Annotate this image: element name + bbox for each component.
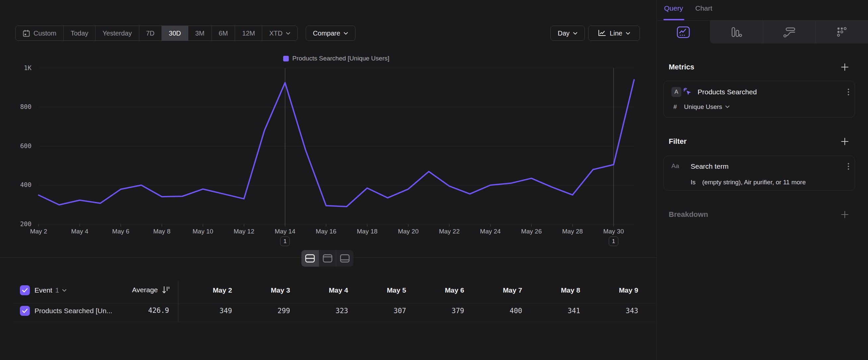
add-filter-button[interactable] (840, 137, 850, 146)
filter-property-name[interactable]: Search term (691, 162, 728, 170)
chart-only-view-icon (322, 254, 333, 263)
query-sidebar: Query Chart Metrics A Products Searched … (656, 0, 868, 360)
x-axis-label: May 28 (562, 228, 583, 235)
x-axis-label: May 30 (603, 228, 624, 235)
x-axis-label: May 22 (439, 228, 460, 235)
tab-chart[interactable]: Chart (695, 4, 712, 12)
column-header[interactable]: May 4 (299, 286, 348, 294)
filter-value[interactable]: (empty string), Air purifier, or 11 more (702, 179, 806, 186)
cell-value: 307 (356, 307, 406, 315)
event-click-icon (683, 87, 692, 96)
x-axis-label: May 16 (316, 228, 336, 235)
average-header[interactable]: Average (99, 286, 170, 294)
metric-options-icon[interactable] (847, 88, 849, 98)
x-axis-label: May 6 (112, 228, 129, 235)
y-axis-label: 200 (20, 220, 31, 227)
bar-chart-icon (730, 27, 743, 38)
event-count: 1 (55, 286, 59, 294)
view-layout-toggle (301, 250, 353, 267)
split-view-icon (305, 254, 315, 263)
row-checkbox[interactable] (20, 306, 30, 316)
y-axis-label: 800 (20, 103, 31, 110)
x-axis-label: May 2 (30, 228, 48, 235)
metrics-section-title: Metrics (669, 63, 694, 72)
data-line[interactable] (39, 80, 634, 206)
viz-tab-bar[interactable] (710, 21, 763, 44)
row-average-value: 426.9 (119, 307, 169, 314)
row-label[interactable]: Products Searched [Un... (34, 307, 113, 315)
viz-tab-retention[interactable] (815, 21, 868, 44)
insights-chart-icon (676, 26, 690, 38)
filter-card[interactable]: Aa Search term Is (empty string), Air pu… (663, 156, 855, 191)
cell-value: 299 (240, 307, 290, 315)
x-axis-label: May 12 (234, 228, 254, 235)
aggregation-prefix: # (673, 103, 677, 111)
main-area: CustomTodayYesterday7D30D3M6M12MXTD Comp… (0, 0, 656, 360)
x-axis-label: May 14 (275, 228, 296, 235)
cell-value: 379 (414, 307, 464, 315)
plus-icon (840, 137, 849, 146)
table-only-view-icon (340, 254, 350, 263)
average-label: Average (132, 286, 158, 294)
y-axis-label: 600 (20, 142, 31, 149)
column-header[interactable]: May 2 (182, 286, 232, 294)
y-axis-label: 1K (24, 64, 31, 72)
x-axis-label: May 8 (153, 228, 170, 235)
line-chart[interactable]: 2004006008001KMay 2May 4May 6May 8May 10… (0, 0, 656, 257)
filter-operator[interactable]: Is (691, 179, 695, 186)
chart-only-view-button[interactable] (319, 250, 336, 267)
x-axis-label: May 24 (480, 228, 501, 235)
column-header[interactable]: May 8 (530, 286, 580, 294)
cell-value: 323 (299, 307, 348, 315)
x-axis-label: May 20 (398, 228, 418, 235)
cell-value: 343 (589, 307, 638, 315)
x-axis-label: May 10 (193, 228, 213, 235)
y-axis-label: 400 (20, 181, 31, 188)
chevron-down-icon (725, 105, 730, 108)
event-header-checkbox[interactable] (20, 285, 30, 295)
table-column-divider (178, 281, 178, 322)
column-header[interactable]: May 3 (240, 286, 290, 294)
filter-section-title: Filter (669, 137, 687, 146)
split-view-button[interactable] (301, 250, 319, 267)
column-header[interactable]: May 6 (414, 286, 464, 294)
column-header[interactable]: May 5 (356, 286, 406, 294)
column-header[interactable]: May 9 (589, 286, 638, 294)
add-metric-button[interactable] (840, 62, 850, 72)
string-property-icon: Aa (672, 162, 679, 170)
table-only-view-button[interactable] (336, 250, 353, 267)
filter-options-icon[interactable] (847, 162, 849, 173)
chevron-down-icon (62, 289, 67, 292)
sort-descending-icon[interactable] (162, 286, 170, 294)
tab-query[interactable]: Query (664, 4, 683, 12)
table-row-divider (13, 303, 656, 304)
event-header[interactable]: Event 1 (34, 286, 67, 294)
retention-dots-icon (836, 27, 848, 38)
x-axis-label: May 26 (521, 228, 542, 235)
x-axis-label: May 4 (71, 228, 89, 235)
annotation-badge[interactable]: 1 (609, 237, 618, 246)
cell-value: 341 (530, 307, 580, 315)
cell-value: 400 (472, 307, 522, 315)
annotation-badge[interactable]: 1 (280, 237, 290, 246)
add-breakdown-button[interactable] (840, 210, 850, 220)
cell-value: 349 (182, 307, 232, 315)
column-header[interactable]: May 7 (472, 286, 522, 294)
flows-icon (783, 27, 796, 38)
event-label: Event (34, 286, 52, 294)
metric-card[interactable]: A Products Searched # Unique Users (663, 81, 855, 117)
viz-tab-flows[interactable] (763, 21, 816, 44)
metric-name[interactable]: Products Searched (698, 88, 757, 96)
plus-icon (840, 63, 849, 72)
x-axis-label: May 18 (357, 228, 377, 235)
metric-series-badge: A (672, 87, 681, 97)
plus-icon (840, 210, 849, 219)
breakdown-section-title: Breakdown (669, 210, 708, 219)
aggregation-selector[interactable]: Unique Users (684, 103, 722, 111)
table-bottom-divider (13, 322, 656, 322)
viz-tab-insights-active[interactable] (657, 21, 710, 44)
